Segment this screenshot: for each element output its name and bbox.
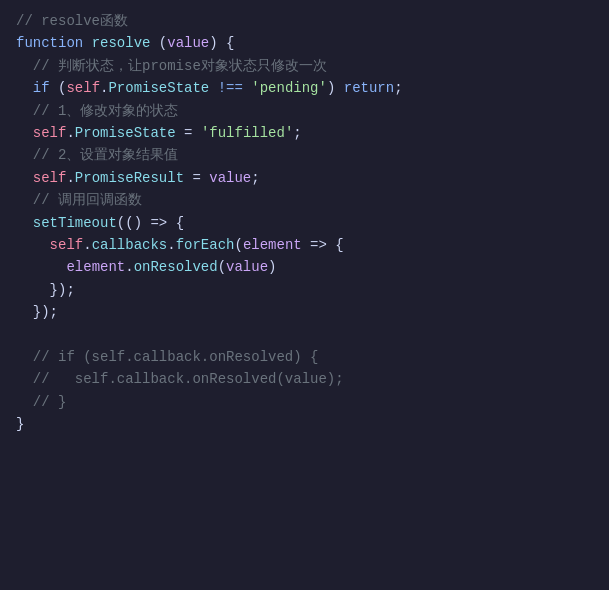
code-token: // resolve函数	[16, 10, 128, 32]
code-token: // self.callback.onResolved(value);	[16, 368, 344, 390]
code-line: });	[0, 301, 609, 323]
code-token: (	[50, 77, 67, 99]
code-line: // 1、修改对象的状态	[0, 100, 609, 122]
code-token: // if (self.callback.onResolved) {	[16, 346, 318, 368]
code-line: // if (self.callback.onResolved) {	[0, 346, 609, 368]
code-token: }	[16, 413, 24, 435]
code-token: .	[167, 234, 175, 256]
code-token: return	[344, 77, 394, 99]
code-line: if (self.PromiseState !== 'pending') ret…	[0, 77, 609, 99]
code-token: .	[100, 77, 108, 99]
code-token: // 判断状态，让promise对象状态只修改一次	[16, 55, 327, 77]
code-token: self	[50, 234, 84, 256]
code-token	[209, 77, 217, 99]
code-token	[16, 234, 50, 256]
code-token: resolve	[92, 32, 151, 54]
code-token: => {	[302, 234, 344, 256]
code-token: =	[184, 167, 209, 189]
code-line: });	[0, 279, 609, 301]
code-line: // 2、设置对象结果值	[0, 144, 609, 166]
code-token: setTimeout	[33, 212, 117, 234]
code-line: self.PromiseState = 'fulfilled';	[0, 122, 609, 144]
code-token: onResolved	[134, 256, 218, 278]
code-token: 'pending'	[251, 77, 327, 99]
code-token: .	[66, 122, 74, 144]
code-token	[16, 256, 66, 278]
code-token: (() => {	[117, 212, 184, 234]
code-line: setTimeout(() => {	[0, 212, 609, 234]
code-token: });	[16, 301, 58, 323]
code-token: // 1、修改对象的状态	[16, 100, 178, 122]
code-line: // 判断状态，让promise对象状态只修改一次	[0, 55, 609, 77]
code-token: callbacks	[92, 234, 168, 256]
code-token	[16, 212, 33, 234]
code-token: ;	[293, 122, 301, 144]
code-token: (	[218, 256, 226, 278]
code-token: PromiseState	[108, 77, 209, 99]
code-token: value	[167, 32, 209, 54]
code-token	[16, 122, 33, 144]
code-token: )	[327, 77, 344, 99]
code-token	[16, 77, 33, 99]
code-token	[83, 32, 91, 54]
code-line: }	[0, 413, 609, 435]
code-token: function	[16, 32, 83, 54]
code-token: ;	[394, 77, 402, 99]
code-token: element	[243, 234, 302, 256]
code-line: element.onResolved(value)	[0, 256, 609, 278]
code-token: )	[268, 256, 276, 278]
code-line	[0, 323, 609, 345]
code-token: element	[66, 256, 125, 278]
code-token: self	[66, 77, 100, 99]
code-token: });	[16, 279, 75, 301]
code-token: self	[33, 167, 67, 189]
code-token: PromiseResult	[75, 167, 184, 189]
code-token: .	[125, 256, 133, 278]
code-token: .	[66, 167, 74, 189]
code-token: // }	[16, 391, 66, 413]
code-token: (	[234, 234, 242, 256]
code-token: // 调用回调函数	[16, 189, 142, 211]
code-line: self.PromiseResult = value;	[0, 167, 609, 189]
code-token: ) {	[209, 32, 234, 54]
code-line: // }	[0, 391, 609, 413]
code-token: forEach	[176, 234, 235, 256]
code-token: =	[176, 122, 201, 144]
code-token: self	[33, 122, 67, 144]
code-token: PromiseState	[75, 122, 176, 144]
code-line: // self.callback.onResolved(value);	[0, 368, 609, 390]
code-line: // resolve函数	[0, 10, 609, 32]
code-token: (	[150, 32, 167, 54]
code-line: self.callbacks.forEach(element => {	[0, 234, 609, 256]
code-token	[243, 77, 251, 99]
code-token: value	[226, 256, 268, 278]
code-token: if	[33, 77, 50, 99]
code-token: !==	[218, 77, 243, 99]
code-line: function resolve (value) {	[0, 32, 609, 54]
code-token: // 2、设置对象结果值	[16, 144, 178, 166]
code-editor: // resolve函数function resolve (value) { /…	[0, 0, 609, 590]
code-token	[16, 167, 33, 189]
code-token: 'fulfilled'	[201, 122, 293, 144]
code-token: ;	[251, 167, 259, 189]
code-token: value	[209, 167, 251, 189]
code-line: // 调用回调函数	[0, 189, 609, 211]
code-token: .	[83, 234, 91, 256]
